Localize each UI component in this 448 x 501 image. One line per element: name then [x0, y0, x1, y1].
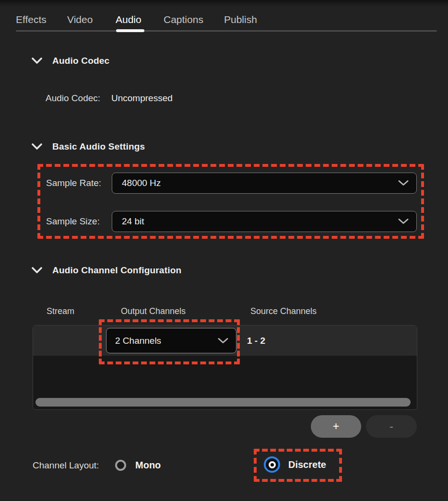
tab-effects[interactable]: Effects: [16, 14, 47, 25]
section-title-audio-codec: Audio Codec: [52, 56, 109, 66]
column-header-source-channels: Source Channels: [250, 306, 317, 316]
minus-icon: -: [389, 420, 393, 432]
radio-label-discrete: Discrete: [288, 459, 326, 470]
audio-codec-label: Audio Codec:: [46, 93, 100, 104]
section-header-basic-audio[interactable]: Basic Audio Settings: [32, 141, 145, 152]
audio-export-settings-panel: Effects Video Audio Captions Publish Aud…: [0, 0, 448, 501]
section-header-channel-config[interactable]: Audio Channel Configuration: [32, 265, 181, 276]
column-header-output-channels: Output Channels: [121, 306, 186, 316]
chevron-down-icon: [398, 219, 409, 225]
sample-rate-select[interactable]: 48000 Hz: [112, 173, 417, 194]
output-channels-select[interactable]: 2 Channels: [106, 328, 236, 353]
remove-stream-button[interactable]: -: [366, 415, 417, 438]
source-channels-cell: 1 - 2: [247, 326, 265, 356]
section-title-channel-config: Audio Channel Configuration: [52, 265, 181, 276]
sample-size-value: 24 bit: [112, 216, 416, 227]
chevron-down-icon[interactable]: [32, 58, 42, 64]
sample-size-select[interactable]: 24 bit: [112, 211, 417, 232]
radio-option-discrete[interactable]: Discrete: [264, 456, 326, 473]
add-stream-button[interactable]: +: [311, 415, 361, 438]
window-top-edge: [0, 0, 448, 7]
audio-codec-value: Uncompressed: [111, 93, 173, 104]
chevron-down-icon: [218, 338, 228, 344]
output-channels-value: 2 Channels: [106, 336, 236, 346]
channel-layout-label: Channel Layout:: [33, 460, 99, 471]
active-tab-indicator: [116, 29, 144, 32]
section-header-audio-codec[interactable]: Audio Codec: [32, 56, 109, 66]
sample-size-label: Sample Size:: [46, 216, 100, 227]
radio-selected-icon[interactable]: [264, 456, 280, 473]
channel-table: 1 2 Channels 1 - 2: [33, 325, 417, 410]
tab-video[interactable]: Video: [67, 14, 93, 25]
chevron-down-icon: [398, 180, 409, 186]
table-row[interactable]: 1 2 Channels 1 - 2: [33, 326, 417, 356]
tab-captions[interactable]: Captions: [164, 14, 203, 25]
chevron-down-icon[interactable]: [32, 267, 42, 274]
radio-option-mono[interactable]: Mono: [115, 460, 161, 471]
radio-unselected-icon[interactable]: [115, 460, 126, 471]
tab-publish[interactable]: Publish: [224, 14, 257, 25]
tab-rail: [16, 30, 437, 32]
tab-audio[interactable]: Audio: [116, 14, 141, 25]
chevron-down-icon[interactable]: [32, 143, 42, 150]
column-header-stream: Stream: [47, 306, 74, 316]
horizontal-scrollbar[interactable]: [35, 398, 411, 407]
sample-rate-value: 48000 Hz: [112, 178, 416, 188]
plus-icon: +: [333, 420, 339, 432]
sample-rate-label: Sample Rate:: [46, 178, 101, 188]
radio-label-mono: Mono: [135, 460, 161, 471]
section-title-basic-audio: Basic Audio Settings: [52, 141, 145, 152]
